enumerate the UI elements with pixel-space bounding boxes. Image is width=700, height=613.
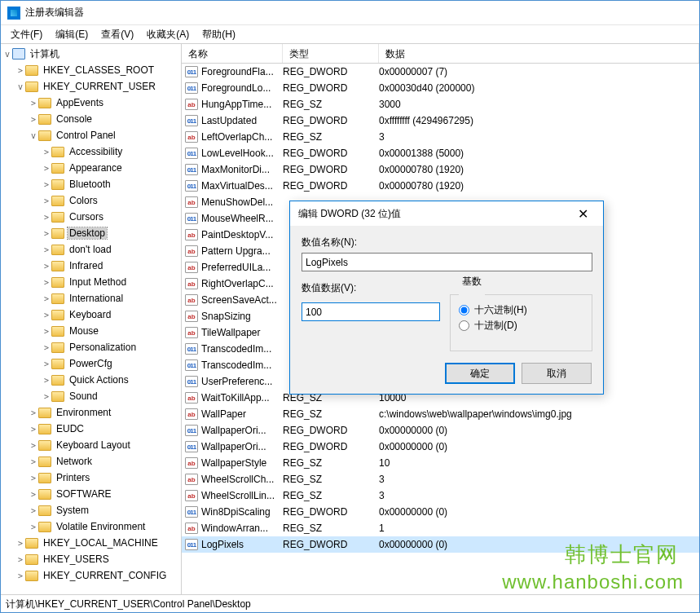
value-row[interactable]: abWheelScrollLin...REG_SZ3	[182, 487, 699, 504]
tree-item[interactable]: >Sound	[1, 388, 181, 404]
tree-item[interactable]: >HKEY_LOCAL_MACHINE	[1, 535, 181, 551]
tree-item[interactable]: >Keyboard	[1, 306, 181, 323]
chevron-right-icon[interactable]: >	[42, 245, 51, 254]
value-row[interactable]: 011LastUpdatedREG_DWORD0xffffffff (42949…	[182, 112, 699, 129]
chevron-down-icon[interactable]: v	[15, 82, 25, 91]
value-row[interactable]: 011LogPixelsREG_DWORD0x00000000 (0)	[182, 536, 699, 553]
chevron-right-icon[interactable]: >	[15, 539, 25, 548]
ok-button[interactable]: 确定	[445, 363, 515, 384]
chevron-right-icon[interactable]: >	[15, 571, 25, 580]
chevron-right-icon[interactable]: >	[42, 327, 51, 336]
tree-item[interactable]: >International	[1, 290, 181, 306]
chevron-right-icon[interactable]: >	[29, 523, 38, 531]
value-row[interactable]: 011LowLevelHook...REG_DWORD0x00001388 (5…	[182, 145, 699, 161]
close-icon[interactable]: ✕	[570, 201, 595, 226]
value-row[interactable]: 011WallpaperOri...REG_DWORD0x00000000 (0…	[182, 439, 699, 455]
tree-item[interactable]: >Personalization	[1, 339, 181, 355]
value-row[interactable]: abLeftOverlapCh...REG_SZ3	[182, 129, 699, 145]
tree-item[interactable]: >Colors	[1, 192, 181, 209]
radio-dec-row[interactable]: 十进制(D)	[459, 319, 583, 333]
value-row[interactable]: 011MaxVirtualDes...REG_DWORD0x00000780 (…	[182, 178, 699, 194]
chevron-right-icon[interactable]: >	[29, 425, 38, 434]
chevron-right-icon[interactable]: >	[42, 196, 51, 205]
value-row[interactable]: abWallPaperREG_SZc:\windows\web\wallpape…	[182, 406, 699, 422]
value-data-input[interactable]	[302, 302, 440, 321]
chevron-right-icon[interactable]: >	[29, 506, 38, 515]
tree-item[interactable]: >Printers	[1, 470, 181, 486]
menu-file[interactable]: 文件(F)	[6, 26, 47, 43]
chevron-right-icon[interactable]: >	[15, 555, 25, 564]
tree-item[interactable]: >PowerCfg	[1, 355, 181, 372]
chevron-right-icon[interactable]: >	[42, 148, 51, 157]
tree-item[interactable]: >Appearance	[1, 160, 181, 176]
chevron-down-icon[interactable]: v	[29, 131, 38, 140]
menu-edit[interactable]: 编辑(E)	[51, 26, 93, 43]
radio-hex-row[interactable]: 十六进制(H)	[459, 303, 583, 317]
chevron-right-icon[interactable]: >	[42, 213, 51, 222]
cancel-button[interactable]: 取消	[522, 363, 592, 384]
tree-item[interactable]: >Input Method	[1, 274, 181, 290]
tree-item[interactable]: >Mouse	[1, 323, 181, 339]
tree-item[interactable]: >Environment	[1, 404, 181, 421]
tree-item[interactable]: >Console	[1, 111, 181, 127]
value-row[interactable]: 011ForegroundFla...REG_DWORD0x00000007 (…	[182, 64, 699, 80]
radio-dec[interactable]	[459, 320, 469, 331]
value-name-input[interactable]	[302, 253, 592, 271]
value-row[interactable]: 011Win8DpiScalingREG_DWORD0x00000000 (0)	[182, 504, 699, 520]
tree-item[interactable]: >Accessibility	[1, 143, 181, 160]
value-row[interactable]: 011WallpaperOri...REG_DWORD0x00000000 (0…	[182, 422, 699, 439]
tree-item[interactable]: >Volatile Environment	[1, 518, 181, 535]
tree-item[interactable]: >HKEY_CURRENT_CONFIG	[1, 567, 181, 584]
menu-favorites[interactable]: 收藏夹(A)	[142, 26, 194, 43]
value-row[interactable]: abWheelScrollCh...REG_SZ3	[182, 471, 699, 487]
chevron-right-icon[interactable]: >	[42, 229, 51, 238]
tree-item[interactable]: >SOFTWARE	[1, 486, 181, 502]
tree-item[interactable]: >don't load	[1, 241, 181, 258]
value-row[interactable]: 011ForegroundLo...REG_DWORD0x00030d40 (2…	[182, 80, 699, 96]
chevron-right-icon[interactable]: >	[42, 343, 51, 352]
col-data[interactable]: 数据	[379, 44, 699, 63]
tree-item[interactable]: >Quick Actions	[1, 372, 181, 388]
chevron-right-icon[interactable]: >	[42, 262, 51, 271]
tree-item[interactable]: >System	[1, 502, 181, 518]
tree-item[interactable]: >HKEY_CLASSES_ROOT	[1, 62, 181, 78]
chevron-right-icon[interactable]: >	[29, 490, 38, 499]
chevron-down-icon[interactable]: v	[2, 50, 12, 59]
chevron-right-icon[interactable]: >	[29, 474, 38, 483]
chevron-right-icon[interactable]: >	[42, 164, 51, 173]
value-row[interactable]: abWindowArran...REG_SZ1	[182, 520, 699, 536]
tree-pane[interactable]: v计算机>HKEY_CLASSES_ROOTvHKEY_CURRENT_USER…	[1, 44, 182, 594]
radio-hex[interactable]	[459, 305, 469, 315]
tree-item[interactable]: >EUDC	[1, 421, 181, 437]
chevron-right-icon[interactable]: >	[15, 66, 25, 75]
tree-item[interactable]: vHKEY_CURRENT_USER	[1, 78, 181, 95]
tree-item[interactable]: >Keyboard Layout	[1, 437, 181, 453]
chevron-right-icon[interactable]: >	[29, 441, 38, 450]
chevron-right-icon[interactable]: >	[42, 376, 51, 385]
chevron-right-icon[interactable]: >	[42, 278, 51, 287]
menu-view[interactable]: 查看(V)	[96, 26, 139, 43]
chevron-right-icon[interactable]: >	[29, 99, 38, 108]
tree-item[interactable]: v计算机	[1, 46, 181, 62]
menu-help[interactable]: 帮助(H)	[197, 26, 240, 43]
col-type[interactable]: 类型	[283, 44, 379, 63]
chevron-right-icon[interactable]: >	[42, 359, 51, 368]
tree-item[interactable]: >Cursors	[1, 209, 181, 225]
chevron-right-icon[interactable]: >	[42, 311, 51, 320]
value-row[interactable]: abHungAppTime...REG_SZ3000	[182, 96, 699, 112]
chevron-right-icon[interactable]: >	[42, 294, 51, 303]
tree-item[interactable]: >AppEvents	[1, 95, 181, 111]
tree-item[interactable]: >HKEY_USERS	[1, 551, 181, 567]
chevron-right-icon[interactable]: >	[29, 115, 38, 124]
chevron-right-icon[interactable]: >	[29, 408, 38, 417]
value-row[interactable]: 011MaxMonitorDi...REG_DWORD0x00000780 (1…	[182, 161, 699, 178]
value-row[interactable]: abWallpaperStyleREG_SZ10	[182, 455, 699, 471]
chevron-right-icon[interactable]: >	[29, 457, 38, 466]
chevron-right-icon[interactable]: >	[42, 180, 51, 189]
tree-item[interactable]: >Infrared	[1, 258, 181, 274]
chevron-right-icon[interactable]: >	[42, 392, 51, 401]
tree-item[interactable]: >Network	[1, 453, 181, 470]
col-name[interactable]: 名称	[182, 44, 283, 63]
tree-item[interactable]: >Bluetooth	[1, 176, 181, 192]
tree-item[interactable]: vControl Panel	[1, 127, 181, 143]
